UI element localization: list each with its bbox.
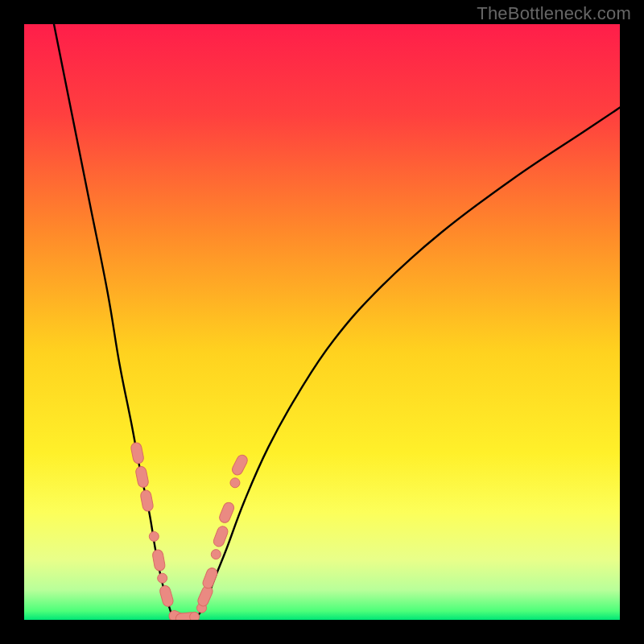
watermark-text: TheBottleneck.com (477, 3, 631, 24)
marker-pill (159, 584, 175, 608)
marker-pill (201, 567, 219, 590)
bottleneck-curve (54, 24, 620, 619)
marker-pill (218, 501, 236, 524)
marker-dot (211, 550, 221, 559)
marker-dot (190, 612, 200, 620)
curve-layer (24, 24, 620, 620)
marker-pill (135, 465, 150, 488)
marker-pill (130, 442, 145, 464)
plot-area (24, 24, 620, 620)
marker-pill (140, 489, 155, 512)
chart-frame: TheBottleneck.com (0, 0, 644, 644)
marker-dot (149, 531, 159, 541)
marker-dot (230, 478, 240, 488)
marker-pill (230, 453, 249, 477)
marker-dot (158, 573, 167, 583)
marker-pill (152, 549, 166, 572)
marker-pill (212, 525, 229, 548)
